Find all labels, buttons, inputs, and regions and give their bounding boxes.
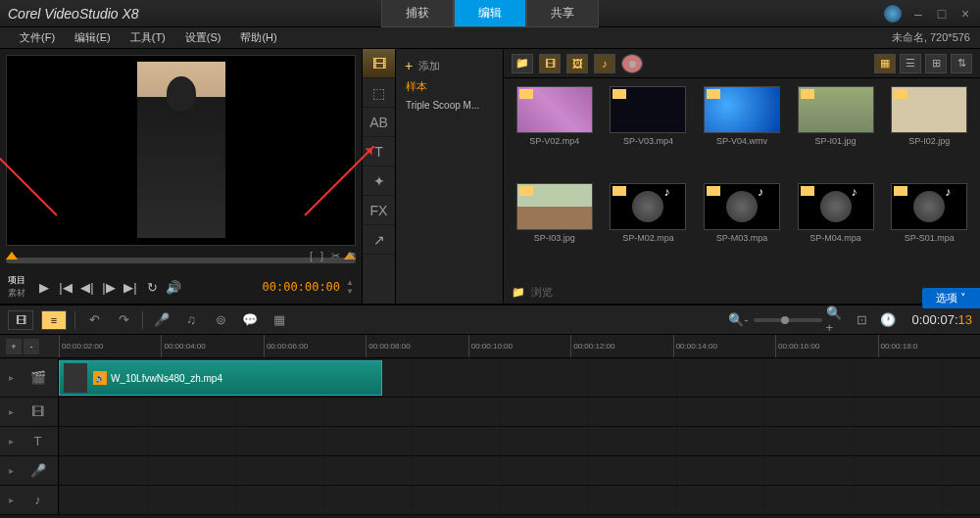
prev-frame-button[interactable]: ◀| [78,278,96,296]
track-toggle-icon[interactable]: ▸ [9,406,23,417]
library-item[interactable]: SP-M04.mpa [793,183,879,272]
voice-track-icon[interactable]: 🎤 [26,461,50,481]
auto-music-icon[interactable]: ♫ [180,310,202,330]
close-button[interactable]: × [958,7,972,21]
track-toggle-icon[interactable]: ▸ [9,372,23,383]
scrubber[interactable]: [ ] ✂ ⧉ [6,252,356,270]
library-item[interactable]: SP-I02.jpg [886,86,972,175]
ruler-ticks[interactable]: 00:00:02:0000:00:04:0000:00:06:0000:00:0… [59,335,980,357]
remove-track-icon[interactable]: - [24,339,39,354]
music-track-content[interactable] [59,486,980,514]
mode-project[interactable]: 项目 [8,274,25,287]
timecode-display[interactable]: 00:00:00:00 [263,280,340,294]
tab-edit[interactable]: 编辑 [454,0,526,27]
track-toggle-icon[interactable]: ▸ [9,436,23,447]
fullscreen-icon[interactable]: ⧉ [348,250,356,262]
options-button[interactable]: 选项 ˅ [922,288,980,308]
tab-capture[interactable]: 捕获 [381,0,454,27]
track-toggle-icon[interactable]: ▸ [9,494,23,505]
library-item[interactable]: SP-M03.mpa [699,183,785,272]
view-grid-icon[interactable]: ⊞ [925,54,947,73]
zoom-out-icon[interactable]: 🔍- [728,310,750,330]
path-tool-icon[interactable]: ↗ [363,225,395,255]
undo-icon[interactable]: ↶ [83,310,105,330]
scrub-track[interactable] [6,258,356,263]
transition-tool-icon[interactable]: AB [363,108,395,137]
mark-in-handle[interactable] [6,252,18,259]
music-track-icon[interactable]: ♪ [26,491,50,510]
graphic-tool-icon[interactable]: ✦ [363,166,395,196]
thumb-label: SP-I03.jpg [534,233,575,243]
split-icon[interactable]: ✂ [331,250,340,262]
redo-icon[interactable]: ↷ [113,310,134,330]
menu-help[interactable]: 帮助(H) [230,27,286,48]
video-track-icon[interactable]: 🎬 [26,368,50,388]
library-item[interactable]: SP-V03.mp4 [606,86,692,175]
library-item[interactable]: SP-V04.wmv [699,86,785,175]
zoom-slider[interactable] [754,318,822,322]
overlay-track-content[interactable] [59,398,980,426]
record-narration-icon[interactable]: 🎤 [151,310,172,330]
library-item[interactable]: SP-V02.mp4 [512,86,598,175]
ruler-tick: 00:00:08:00 [366,335,467,357]
filter-video-icon[interactable]: 🎞 [539,54,561,73]
media-tool-icon[interactable]: 🎞 [363,49,395,78]
menu-file[interactable]: 文件(F) [10,27,65,48]
repeat-button[interactable]: ↻ [143,278,161,296]
instant-project-icon[interactable]: ⬚ [363,78,395,108]
timeline-ruler[interactable]: + - 00:00:02:0000:00:04:0000:00:06:0000:… [0,335,980,358]
next-frame-button[interactable]: |▶ [100,278,118,296]
mark-in-icon[interactable]: [ [310,250,313,262]
tab-share[interactable]: 共享 [526,0,599,27]
timeline-zoom: 🔍- 🔍+ ⊡ 🕐 0:00:07:13 [728,310,972,330]
track-motion-icon[interactable]: ⊚ [210,310,231,330]
home-button[interactable]: |◀ [57,278,74,296]
library-item[interactable]: SP-M02.mpa [606,183,692,272]
record-icon[interactable]: ⏺ [621,54,643,73]
folder-triple-scoop[interactable]: Triple Scoop M... [402,97,497,114]
voice-track-content[interactable] [59,456,980,485]
title-track-content[interactable] [59,427,980,455]
timeline-view-icon[interactable]: ≡ [41,310,67,330]
playback-mode-toggle[interactable]: 项目 素材 [8,274,25,300]
volume-button[interactable]: 🔊 [165,278,182,296]
video-track-content[interactable]: 🔊 W_10LfvwNs480_zh.mp4 [59,358,980,397]
folder-samples[interactable]: 样本 [402,76,497,97]
browse-icon[interactable]: 📁 [512,286,525,299]
multicam-icon[interactable]: ▦ [269,310,290,330]
library-item[interactable]: SP-I01.jpg [793,86,879,175]
import-folder-icon[interactable]: 📁 [512,54,533,73]
filter-photo-icon[interactable]: 🖼 [566,54,588,73]
track-toggle-icon[interactable]: ▸ [9,465,23,476]
menu-settings[interactable]: 设置(S) [175,27,231,48]
menu-edit[interactable]: 编辑(E) [65,27,121,48]
sort-icon[interactable]: ⇅ [951,54,972,73]
zoom-in-icon[interactable]: 🔍+ [826,310,848,330]
mark-out-icon[interactable]: ] [320,250,323,262]
fit-project-icon[interactable]: ⊡ [852,310,873,330]
subtitle-icon[interactable]: 💬 [239,310,261,330]
minimize-button[interactable]: – [911,7,925,21]
storyboard-view-icon[interactable]: 🎞 [8,310,33,330]
menu-tools[interactable]: 工具(T) [121,27,175,48]
overlay-track-icon[interactable]: 🎞 [26,402,50,422]
title-track-icon[interactable]: T [26,432,50,451]
view-list-icon[interactable]: ☰ [900,54,921,73]
filter-tool-icon[interactable]: FX [363,196,395,225]
view-thumbs-icon[interactable]: ▦ [874,54,896,73]
maximize-button[interactable]: □ [935,7,949,21]
library-item[interactable]: SP-S01.mpa [886,183,972,272]
add-track-icon[interactable]: + [6,339,22,354]
preview-viewport[interactable] [6,55,356,246]
add-folder-button[interactable]: + 添加 [402,55,497,76]
library-item[interactable]: SP-I03.jpg [512,183,598,272]
play-button[interactable]: ▶ [35,278,53,296]
mode-clip[interactable]: 素材 [8,287,25,300]
project-duration-icon[interactable]: 🕐 [877,310,899,330]
browse-label[interactable]: 浏览 [531,285,553,300]
timecode-spinner[interactable]: ▲▼ [346,278,354,296]
help-icon[interactable] [884,5,902,23]
filter-audio-icon[interactable]: ♪ [594,54,615,73]
end-button[interactable]: ▶| [122,278,139,296]
video-clip[interactable]: 🔊 W_10LfvwNs480_zh.mp4 [59,360,382,396]
